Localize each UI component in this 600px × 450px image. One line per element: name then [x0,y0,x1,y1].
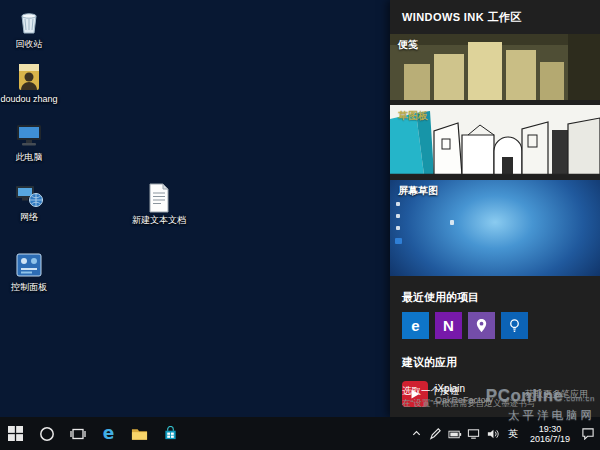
lightbulb-icon [507,318,522,333]
recent-items-title: 最近使用的项目 [390,281,600,311]
windows-ink-workspace-panel: WINDOWS INK 工作区 便笺 草图板 [390,0,600,417]
pen-icon [429,427,442,440]
action-center-button[interactable] [576,417,600,450]
recent-app-onenote[interactable]: N [435,312,462,339]
network-tray-button[interactable] [464,417,483,450]
sticky-notes-thumbnail [390,34,600,100]
input-language-indicator[interactable]: 英 [502,427,524,441]
recent-apps-row: e N [390,311,600,341]
text-document-icon [147,183,171,213]
icon-label: 新建文本文档 [132,215,186,225]
desktop-icon-control-panel[interactable]: 控制面板 [0,250,58,292]
cortana-circle-icon [39,426,55,442]
store-button[interactable] [155,417,186,450]
recent-app-tips[interactable] [501,312,528,339]
edge-taskbar-button[interactable]: e [93,417,124,450]
taskbar-clock[interactable]: 19:30 2016/7/19 [524,423,576,445]
store-bag-icon [163,426,178,441]
desktop-icon-recycle-bin[interactable]: 回收站 [0,7,58,49]
computer-icon [14,120,44,150]
desktop-icon-network[interactable]: 网络 [0,180,58,222]
desktop-icon-user-folder[interactable]: doudou zhang [0,62,58,104]
clock-date: 2016/7/19 [524,434,576,445]
cortana-search-button[interactable] [31,417,62,450]
mini-desktop-icon [396,226,400,230]
battery-tray-button[interactable] [445,417,464,450]
hint-line-1: 选取一个按钮 [402,384,535,397]
edge-icon: e [103,425,115,442]
screen-sketch-tile[interactable]: 屏幕草图 [390,180,600,276]
icon-label: 回收站 [16,39,43,49]
task-view-button[interactable] [62,417,93,450]
desktop-icon-this-pc[interactable]: 此电脑 [0,120,58,162]
map-pin-icon [474,318,489,333]
chevron-up-icon [411,428,422,439]
sticky-notes-tile[interactable]: 便笺 [390,34,600,100]
user-tile-icon [15,62,43,92]
start-button[interactable] [0,417,31,450]
sketchpad-label: 草图板 [398,109,428,123]
icon-label: 控制面板 [11,282,47,292]
desktop-icon-text-file[interactable]: 新建文本文档 [128,183,190,225]
show-hidden-icons-button[interactable] [407,417,426,450]
task-view-icon [70,426,86,442]
recycle-bin-icon [14,7,44,37]
folder-icon [131,427,148,441]
control-panel-icon [14,250,44,280]
network-icon [14,180,44,210]
recent-app-edge[interactable]: e [402,312,429,339]
sticky-notes-label: 便笺 [398,38,418,52]
ink-panel-hint: 选取一个按钮 在“设置”中根据需要自定义墨迹书写 [402,384,535,410]
speaker-icon [486,428,499,440]
icon-label: 此电脑 [16,152,43,162]
mini-desktop-icon [396,214,400,218]
taskbar-left-icons: e [0,417,186,450]
screen-sketch-label: 屏幕草图 [398,184,438,198]
ink-panel-title: WINDOWS INK 工作区 [390,0,600,34]
windows-ink-tray-button[interactable] [426,417,445,450]
recent-app-maps[interactable] [468,312,495,339]
taskbar: e [0,417,600,450]
volume-tray-button[interactable] [483,417,502,450]
onenote-icon: N [443,317,454,334]
notification-bubble-icon [581,427,595,440]
suggested-apps-title: 建议的应用 [390,341,600,376]
windows-logo-icon [8,426,23,441]
battery-icon [448,429,462,439]
edge-icon: e [411,317,419,334]
mini-control-panel-icon [395,238,402,244]
clock-time: 19:30 [524,424,576,435]
file-explorer-button[interactable] [124,417,155,450]
icon-label: doudou zhang [0,94,57,104]
system-tray: 英 19:30 2016/7/19 [407,417,600,450]
mini-file-icon [450,220,454,225]
network-icon [467,428,480,440]
sketchpad-tile[interactable]: 草图板 [390,105,600,175]
mini-desktop-icon [396,202,400,206]
icon-label: 网络 [20,212,38,222]
hint-line-2: 在“设置”中根据需要自定义墨迹书写 [402,397,535,410]
